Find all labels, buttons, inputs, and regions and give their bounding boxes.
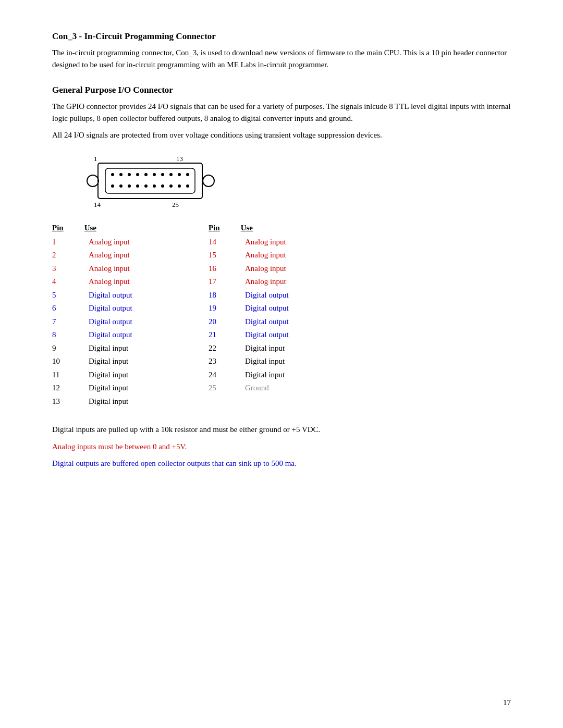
left-header-use: Use — [84, 224, 96, 232]
pin-number: 25 — [209, 381, 224, 395]
pin-number: 16 — [209, 262, 224, 276]
section1-title: Con_3 - In-Circuit Progamming Connector — [52, 31, 511, 42]
right-header-pin: Pin — [209, 224, 220, 232]
left-header-pin: Pin — [52, 224, 64, 232]
pin-use: Analog input — [89, 262, 130, 276]
svg-point-7 — [136, 173, 139, 176]
pin-number: 21 — [209, 328, 224, 342]
table-row: 3Analog input — [52, 262, 167, 276]
svg-point-21 — [169, 184, 173, 188]
pin-use: Digital input — [89, 395, 128, 409]
right-table-rows: 14Analog input15Analog input16Analog inp… — [209, 236, 323, 395]
pin-use: Digital input — [89, 355, 128, 368]
section2-para2: All 24 I/O signals are protected from ov… — [52, 129, 511, 141]
footer-notes: Digital inputs are pulled up with a 10k … — [52, 424, 511, 470]
pin-number: 2 — [52, 249, 68, 262]
pin-use: Digital output — [245, 302, 289, 315]
pin-tables: Pin Use 1Analog input2Analog input3Analo… — [52, 224, 511, 409]
table-row: 25Ground — [209, 381, 323, 395]
pin-use: Digital output — [89, 315, 132, 329]
connector-svg: 1 13 14 25 — [83, 154, 229, 211]
pin-number: 12 — [52, 381, 68, 395]
pin-use: Digital input — [245, 355, 285, 368]
pin-use: Analog input — [89, 275, 130, 289]
pin-use: Analog input — [89, 249, 130, 262]
pin-number: 4 — [52, 275, 68, 289]
table-row: 20Digital output — [209, 315, 323, 329]
svg-point-10 — [161, 173, 164, 176]
pin-number: 22 — [209, 342, 224, 355]
right-table-header: Pin Use — [209, 224, 323, 232]
svg-point-15 — [119, 184, 123, 188]
pin-number: 23 — [209, 355, 224, 368]
table-row: 2Analog input — [52, 249, 167, 262]
pin-number: 10 — [52, 355, 68, 368]
section2-title: General Purpose I/O Connector — [52, 85, 511, 95]
pin-number: 24 — [209, 368, 224, 382]
svg-point-8 — [144, 173, 148, 176]
pin-use: Digital output — [245, 289, 289, 302]
pin-number: 20 — [209, 315, 224, 329]
pin-use: Digital input — [89, 368, 128, 382]
pin-number: 1 — [52, 236, 68, 249]
footer-line2: Analog inputs must be between 0 and +5V. — [52, 441, 511, 453]
svg-point-11 — [169, 173, 173, 176]
pin-number: 9 — [52, 342, 68, 355]
svg-point-23 — [186, 184, 189, 188]
label-bottom-right: 25 — [172, 201, 179, 208]
table-row: 16Analog input — [209, 262, 323, 276]
pin-use: Digital output — [89, 328, 132, 342]
svg-point-14 — [111, 184, 114, 188]
svg-point-13 — [186, 173, 189, 176]
pin-use: Analog input — [245, 262, 286, 276]
pin-use: Digital output — [89, 302, 132, 315]
table-row: 19Digital output — [209, 302, 323, 315]
right-header-use: Use — [241, 224, 253, 232]
svg-point-18 — [144, 184, 148, 188]
svg-point-12 — [178, 173, 181, 176]
svg-point-19 — [153, 184, 156, 188]
pin-number: 15 — [209, 249, 224, 262]
pin-number: 19 — [209, 302, 224, 315]
svg-point-5 — [119, 173, 123, 176]
left-table-header: Pin Use — [52, 224, 167, 232]
pin-use: Digital output — [245, 315, 289, 329]
table-row: 4Analog input — [52, 275, 167, 289]
connector-diagram: 1 13 14 25 — [83, 154, 229, 211]
page-number: 17 — [503, 698, 511, 707]
svg-point-2 — [203, 175, 214, 187]
table-row: 21Digital output — [209, 328, 323, 342]
svg-point-6 — [128, 173, 131, 176]
label-bottom-left: 14 — [94, 201, 101, 208]
pin-number: 13 — [52, 395, 68, 409]
pin-use: Analog input — [89, 236, 130, 249]
pin-number: 5 — [52, 289, 68, 302]
pin-number: 6 — [52, 302, 68, 315]
pin-number: 17 — [209, 275, 224, 289]
svg-point-16 — [128, 184, 131, 188]
table-row: 7Digital output — [52, 315, 167, 329]
table-row: 14Analog input — [209, 236, 323, 249]
pin-number: 18 — [209, 289, 224, 302]
pin-use: Digital input — [245, 368, 285, 382]
pin-use: Ground — [245, 381, 269, 395]
pin-number: 8 — [52, 328, 68, 342]
table-row: 1Analog input — [52, 236, 167, 249]
section-gpio: General Purpose I/O Connector The GPIO c… — [52, 85, 511, 470]
table-row: 15Analog input — [209, 249, 323, 262]
table-row: 17Analog input — [209, 275, 323, 289]
section-con3: Con_3 - In-Circuit Progamming Connector … — [52, 31, 511, 70]
table-row: 13Digital input — [52, 395, 167, 409]
svg-point-17 — [136, 184, 139, 188]
pin-use: Digital output — [89, 289, 132, 302]
table-row: 10Digital input — [52, 355, 167, 368]
pin-number: 11 — [52, 368, 68, 382]
svg-rect-3 — [105, 168, 195, 193]
section2-para1: The GPIO connector provides 24 I/O signa… — [52, 101, 511, 124]
svg-point-1 — [87, 175, 99, 187]
table-row: 9Digital input — [52, 342, 167, 355]
pin-use: Digital input — [89, 342, 128, 355]
svg-point-4 — [111, 173, 114, 176]
pin-use: Analog input — [245, 236, 286, 249]
table-row: 22Digital input — [209, 342, 323, 355]
